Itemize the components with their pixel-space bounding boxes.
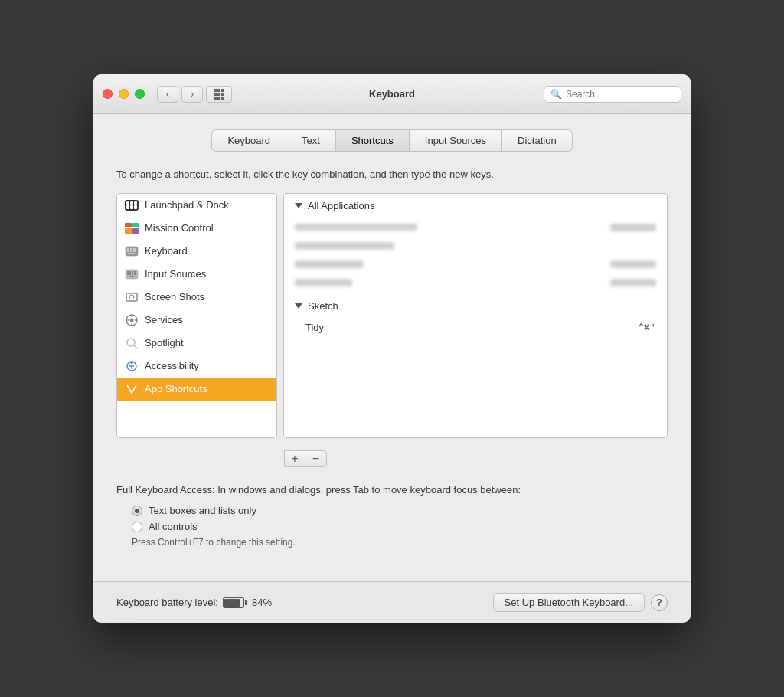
svg-rect-9 <box>127 271 129 273</box>
tab-bar: Keyboard Text Shortcuts Input Sources Di… <box>116 129 668 152</box>
right-panel-header: All Applications <box>284 194 667 218</box>
grid-icon <box>214 89 224 100</box>
nav-buttons: ‹ › <box>157 86 203 103</box>
search-bar[interactable]: 🔍 <box>544 86 681 103</box>
tab-dictation[interactable]: Dictation <box>502 129 573 152</box>
bottom-bar: Keyboard battery level: 84% Set Up Bluet… <box>93 581 691 623</box>
sidebar-item-keyboard[interactable]: Keyboard <box>117 240 276 263</box>
input-sources-icon <box>125 267 139 281</box>
svg-line-29 <box>134 345 137 348</box>
svg-point-19 <box>129 295 134 299</box>
sidebar-item-label: Accessibility <box>145 360 199 371</box>
radio-label-all-controls: All controls <box>149 521 198 532</box>
sidebar-item-spotlight[interactable]: Spotlight <box>117 332 276 355</box>
radio-row-text-boxes: Text boxes and lists only <box>132 505 668 516</box>
sidebar-list: Launchpad & Dock Mission Control <box>116 193 277 438</box>
add-button[interactable]: + <box>284 450 305 467</box>
main-panel: Launchpad & Dock Mission Control <box>116 193 668 438</box>
svg-rect-3 <box>133 248 136 250</box>
battery-info: Keyboard battery level: 84% <box>116 597 272 608</box>
sketch-section-header: Sketch <box>284 295 667 317</box>
svg-rect-11 <box>132 271 133 273</box>
help-button[interactable]: ? <box>651 594 668 611</box>
bottom-right: Set Up Bluetooth Keyboard... ? <box>493 593 668 612</box>
close-button[interactable] <box>103 89 113 99</box>
ctrl-hint: Press Control+F7 to change this setting. <box>132 537 668 548</box>
bluetooth-button[interactable]: Set Up Bluetooth Keyboard... <box>493 593 645 612</box>
svg-rect-7 <box>128 253 135 254</box>
battery-body <box>223 597 244 608</box>
tab-text[interactable]: Text <box>286 129 336 152</box>
keyboard-access-section: Full Keyboard Access: In windows and dia… <box>116 483 668 548</box>
svg-rect-13 <box>127 273 129 275</box>
radio-row-all-controls: All controls <box>132 521 668 532</box>
titlebar: ‹ › Keyboard 🔍 <box>93 74 691 114</box>
sidebar-item-label: Screen Shots <box>145 291 204 303</box>
sidebar-item-mission[interactable]: Mission Control <box>117 217 276 240</box>
window-title: Keyboard <box>369 88 415 100</box>
blurred-text-2 <box>295 242 394 250</box>
svg-rect-5 <box>130 250 132 252</box>
search-input[interactable] <box>566 89 675 100</box>
sidebar-item-app-shortcuts[interactable]: App Shortcuts <box>117 378 276 401</box>
tab-input-sources[interactable]: Input Sources <box>410 129 502 152</box>
blurred-row-2 <box>284 237 667 255</box>
blurred-row-1 <box>284 218 667 237</box>
spotlight-icon <box>125 336 139 350</box>
sidebar-item-accessibility[interactable]: Accessibility <box>117 355 276 378</box>
svg-rect-16 <box>134 273 136 275</box>
sidebar-item-screenshots[interactable]: Screen Shots <box>117 286 276 309</box>
back-button[interactable]: ‹ <box>157 86 178 103</box>
right-panel: All Applications <box>283 193 668 438</box>
keyboard-access-title: Full Keyboard Access: In windows and dia… <box>116 483 668 498</box>
blurred-text-3 <box>295 260 364 268</box>
svg-rect-15 <box>132 273 133 275</box>
tab-keyboard[interactable]: Keyboard <box>211 129 286 152</box>
sidebar-item-label: Mission Control <box>145 222 214 234</box>
svg-rect-2 <box>130 248 132 250</box>
svg-rect-12 <box>134 271 136 273</box>
content-area: Keyboard Text Shortcuts Input Sources Di… <box>93 114 691 581</box>
radio-group: Text boxes and lists only All controls <box>132 505 668 532</box>
minimize-button[interactable] <box>119 89 129 99</box>
search-icon: 🔍 <box>550 89 562 100</box>
blurred-shortcut-3 <box>610 260 656 268</box>
sketch-label: Sketch <box>308 300 338 312</box>
add-remove-bar: + − <box>116 450 668 467</box>
battery-tip <box>245 600 247 605</box>
sidebar-item-label: Launchpad & Dock <box>145 199 229 211</box>
panel-header-label: All Applications <box>308 200 374 211</box>
launchpad-icon <box>125 198 139 212</box>
tab-shortcuts[interactable]: Shortcuts <box>336 129 410 152</box>
remove-button[interactable]: − <box>305 450 327 467</box>
svg-rect-10 <box>129 271 131 273</box>
tidy-row[interactable]: Tidy ^⌘' <box>284 317 667 338</box>
sidebar-item-services[interactable]: Services <box>117 309 276 332</box>
sidebar-item-label: Input Sources <box>145 268 206 280</box>
sidebar-item-label: Spotlight <box>145 337 184 348</box>
tidy-label: Tidy <box>305 322 324 333</box>
instructions-text: To change a shortcut, select it, click t… <box>116 167 668 182</box>
battery-percent: 84% <box>252 597 272 608</box>
blurred-text-4 <box>295 279 352 286</box>
battery-label: Keyboard battery level: <box>116 597 218 608</box>
svg-rect-17 <box>129 276 134 277</box>
main-window: ‹ › Keyboard 🔍 Keyboard Text Shortcuts I… <box>93 74 691 623</box>
mission-control-icon <box>125 221 139 235</box>
forward-button[interactable]: › <box>181 86 203 103</box>
grid-button[interactable] <box>206 86 232 103</box>
radio-all-controls[interactable] <box>132 522 142 532</box>
battery-fill <box>224 599 240 607</box>
radio-text-boxes[interactable] <box>132 506 142 516</box>
blurred-row-4 <box>284 273 667 292</box>
sidebar-item-input-sources[interactable]: Input Sources <box>117 263 276 286</box>
sidebar-item-launchpad[interactable]: Launchpad & Dock <box>117 194 276 217</box>
svg-rect-14 <box>129 273 131 275</box>
svg-point-23 <box>130 318 134 322</box>
services-icon <box>125 313 139 327</box>
blurred-text-1 <box>295 224 417 231</box>
maximize-button[interactable] <box>135 89 145 99</box>
app-shortcuts-icon <box>125 382 139 396</box>
tidy-shortcut: ^⌘' <box>639 322 656 333</box>
blurred-row-3 <box>284 255 667 273</box>
